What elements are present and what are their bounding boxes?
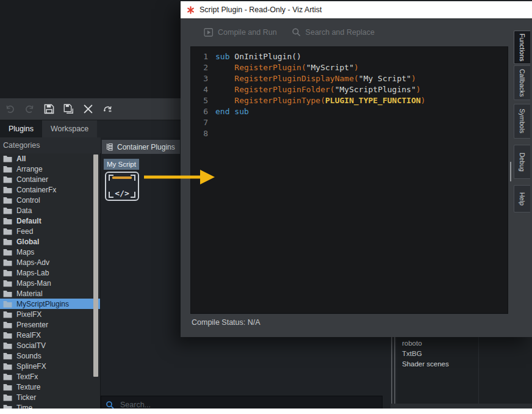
compile-status: Compile Status: N/A — [192, 318, 261, 327]
line-number: 2 — [191, 62, 208, 73]
plugin-name-chip[interactable]: My Script — [104, 159, 139, 170]
folder-icon — [3, 332, 12, 339]
undo-icon[interactable] — [4, 103, 16, 115]
folder-icon — [3, 228, 12, 235]
line-number: 7 — [191, 117, 208, 128]
scene-tree-item[interactable]: Shader scenes — [397, 358, 532, 369]
folder-icon — [3, 155, 12, 162]
folder-icon — [3, 321, 12, 329]
scene-tree-item[interactable]: roboto — [397, 338, 532, 348]
tab-workspace[interactable]: Workspace — [42, 120, 97, 137]
search-and-replace-button[interactable]: Search and Replace — [292, 27, 375, 37]
line-number: 5 — [191, 95, 208, 106]
category-label: Container — [16, 175, 48, 184]
category-item-maps-adv[interactable]: Maps-Adv — [0, 257, 100, 267]
category-item-texture[interactable]: Texture — [0, 382, 100, 392]
categories-scrollbar[interactable] — [93, 154, 98, 394]
redo-icon[interactable] — [23, 103, 35, 115]
category-item-socialtv[interactable]: SocialTV — [0, 340, 100, 350]
script-reload-icon[interactable] — [101, 103, 113, 115]
folder-icon — [3, 269, 12, 277]
category-item-feed[interactable]: Feed — [0, 226, 100, 236]
category-item-arrange[interactable]: Arrange — [0, 164, 100, 174]
category-item-container[interactable]: Container — [0, 174, 100, 184]
categories-list: AllArrangeContainerContainerFxControlDat… — [0, 153, 101, 414]
code-segment — [215, 63, 234, 72]
code-line[interactable]: 6end sub — [191, 106, 508, 117]
window-titlebar[interactable]: Script Plugin - Read-Only - Viz Artist — [181, 1, 532, 18]
side-tab-debug[interactable]: Debug — [514, 145, 530, 179]
line-number: 1 — [191, 51, 208, 62]
category-item-maps[interactable]: Maps — [0, 247, 100, 257]
search-icon — [292, 27, 301, 37]
folder-icon — [3, 165, 12, 173]
category-item-textfx[interactable]: TextFx — [0, 371, 100, 382]
search-and-replace-label: Search and Replace — [306, 28, 375, 37]
folder-icon — [3, 363, 12, 370]
line-number: 4 — [191, 84, 208, 95]
code-line[interactable]: 3 RegisterPluginDisplayName("My Script") — [191, 73, 508, 84]
folder-icon — [3, 311, 12, 318]
folder-icon — [3, 238, 12, 245]
container-plugins-header[interactable]: Container Plugins — [102, 140, 180, 154]
code-line[interactable]: 4 RegisterPluginFolder("MyScriptPlugins"… — [191, 84, 508, 95]
category-label: Maps — [16, 248, 34, 256]
category-item-pixelfx[interactable]: PixelFX — [0, 309, 100, 319]
scene-tree-panel: robotoTxtBGShader scenes — [397, 337, 532, 409]
category-item-data[interactable]: Data — [0, 205, 100, 216]
side-tab-help[interactable]: Help — [514, 185, 530, 212]
category-item-presenter[interactable]: Presenter — [0, 319, 100, 330]
folder-icon — [3, 280, 12, 287]
category-item-ticker[interactable]: Ticker — [0, 392, 100, 402]
category-item-global[interactable]: Global — [0, 236, 100, 247]
code-line[interactable]: 7 — [191, 117, 508, 128]
code-line[interactable]: 1sub OnInitPlugin() — [191, 51, 508, 62]
category-label: Feed — [16, 227, 33, 236]
category-item-realfx[interactable]: RealFX — [0, 330, 100, 340]
category-item-material[interactable]: Material — [0, 288, 100, 299]
code-line[interactable]: 2 RegisterPlugin("MyScript") — [191, 62, 508, 73]
editor-scrollbar-thumb[interactable] — [510, 162, 511, 181]
plugin-name-label: My Script — [107, 161, 136, 168]
script-plugin-window: Script Plugin - Read-Only - Viz Artist C… — [181, 1, 532, 337]
category-item-splinefx[interactable]: SplineFX — [0, 361, 100, 371]
category-item-sounds[interactable]: Sounds — [0, 350, 100, 361]
side-tab-symbols[interactable]: Symbols — [514, 104, 530, 139]
script-plugin-icon[interactable]: </> — [105, 172, 139, 201]
side-tab-functions[interactable]: Functions — [514, 31, 530, 64]
category-item-default[interactable]: Default — [0, 216, 100, 226]
compile-and-run-button[interactable]: Compile and Run — [204, 27, 277, 37]
category-item-control[interactable]: Control — [0, 195, 100, 205]
category-label: Default — [16, 217, 41, 225]
categories-header-label: Categories — [3, 141, 40, 150]
category-item-maps-lab[interactable]: Maps-Lab — [0, 267, 100, 278]
category-label: PixelFX — [16, 310, 41, 319]
category-item-maps-man[interactable]: Maps-Man — [0, 278, 100, 288]
folder-icon — [3, 186, 12, 194]
category-item-all[interactable]: All — [0, 153, 100, 164]
delete-icon[interactable] — [82, 103, 94, 115]
category-item-myscriptplugins[interactable]: MyScriptPlugins — [0, 299, 100, 309]
code-segment: RegisterPluginDisplayName( — [234, 74, 359, 83]
scene-tree-item[interactable]: TxtBG — [397, 348, 532, 358]
category-label: SplineFX — [16, 362, 46, 371]
folder-icon — [3, 290, 12, 297]
category-label: Maps-Adv — [16, 258, 49, 267]
save-icon[interactable] — [43, 103, 55, 115]
code-segment: PLUGIN_TYPE_FUNCTION — [325, 96, 421, 105]
code-line[interactable]: 8 — [191, 128, 508, 139]
render-preview-pane — [0, 0, 181, 98]
scrollbar-line — [394, 337, 395, 409]
save-as-icon[interactable] — [62, 103, 74, 115]
code-editor[interactable]: 1sub OnInitPlugin()2 RegisterPlugin("MyS… — [190, 46, 508, 314]
code-segment: end sub — [215, 107, 249, 116]
code-line[interactable]: 5 RegisterPluginType(PLUGIN_TYPE_FUNCTIO… — [191, 95, 508, 106]
code-glyph: </> — [106, 189, 138, 198]
side-tab-callbacks[interactable]: Callbacks — [514, 65, 530, 100]
category-item-containerfx[interactable]: ContainerFx — [0, 184, 100, 195]
scene-tree-scrollbar[interactable] — [390, 337, 397, 409]
categories-scrollbar-thumb[interactable] — [93, 154, 98, 377]
folder-icon — [3, 373, 12, 380]
tab-plugins[interactable]: Plugins — [0, 120, 42, 137]
script-window-toolbar: Compile and Run Search and Replace — [181, 22, 532, 43]
